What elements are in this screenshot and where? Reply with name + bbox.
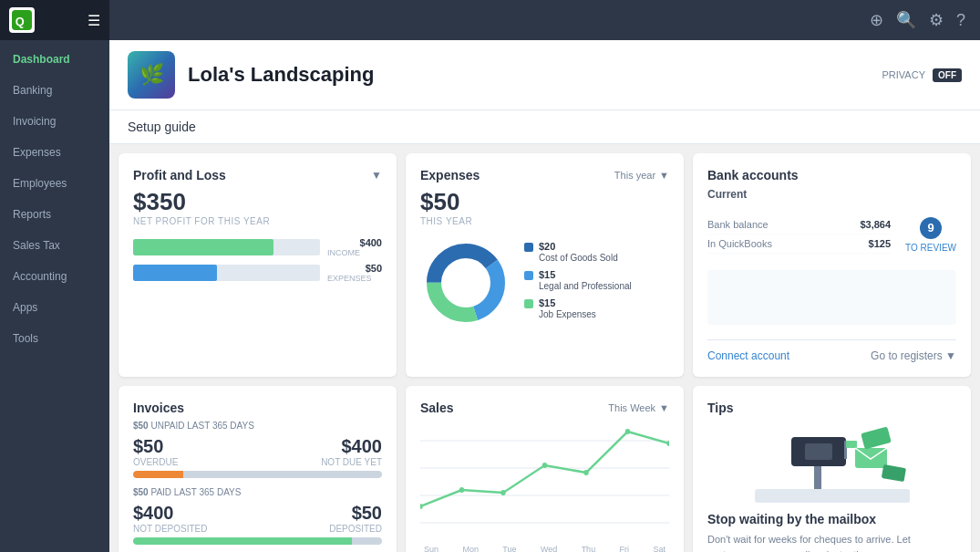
- tips-title: Tips: [707, 401, 734, 415]
- sidebar-item-banking[interactable]: Banking: [0, 75, 109, 106]
- invoices-card-header: Invoices: [133, 401, 382, 415]
- expenses-card: Expenses This year ▼ $50 THIS YEAR: [406, 153, 684, 377]
- privacy-toggle[interactable]: OFF: [933, 68, 962, 82]
- income-label: INCOME: [327, 248, 382, 257]
- bank-title: Bank accounts: [707, 168, 799, 182]
- connect-account-link[interactable]: Connect account: [707, 349, 789, 362]
- quickbooks-logo: Q: [9, 7, 35, 33]
- svg-rect-17: [755, 489, 910, 503]
- bank-accounts-card: Bank accounts Current Bank balance $3,86…: [693, 153, 971, 377]
- expenses-title: Expenses: [420, 168, 480, 182]
- sidebar: Q ☰ Dashboard Banking Invoicing Expenses…: [0, 0, 109, 552]
- bank-chart-placeholder: [707, 270, 956, 325]
- sidebar-item-dashboard[interactable]: Dashboard: [0, 44, 109, 75]
- legend-dot-0: [524, 243, 533, 252]
- svg-point-15: [625, 429, 630, 434]
- topbar: ⊕ 🔍 ⚙ ?: [109, 0, 980, 40]
- invoices-unpaid-row: $50 OVERDUE $400 NOT DUE YET: [133, 436, 382, 467]
- bank-numbers: Bank balance $3,864 In QuickBooks $125: [707, 215, 891, 254]
- expenses-amount: $50: [346, 263, 382, 274]
- privacy-control: PRIVACY OFF: [882, 68, 962, 82]
- sidebar-item-accounting[interactable]: Accounting: [0, 261, 109, 292]
- review-label[interactable]: TO REVIEW: [905, 243, 956, 253]
- sales-day-labels: Sun Mon Tue Wed Thu Fri Sat: [420, 545, 669, 552]
- not-deposited-bar-fill: [133, 537, 352, 545]
- deposited-amount: $50: [329, 503, 382, 524]
- overdue-label: OVERDUE: [133, 457, 178, 467]
- search-icon[interactable]: 🔍: [896, 10, 916, 30]
- chevron-right-icon: ▼: [945, 349, 956, 362]
- sidebar-nav: Dashboard Banking Invoicing Expenses Emp…: [0, 40, 109, 552]
- svg-rect-22: [846, 441, 857, 448]
- settings-icon[interactable]: ⚙: [929, 10, 944, 30]
- line-chart-area: [420, 422, 669, 541]
- invoices-paid-row: $400 NOT DEPOSITED $50 DEPOSITED: [133, 503, 382, 534]
- pnl-amount: $350: [133, 188, 382, 216]
- income-bar-fill: [133, 239, 273, 255]
- tips-body: Don't wait for weeks for cheques to arri…: [707, 532, 956, 552]
- legend-item-1: $15 Legal and Professional: [524, 269, 669, 292]
- deposited-bar-fill: [352, 537, 382, 545]
- sidebar-item-sales-tax[interactable]: Sales Tax: [0, 230, 109, 261]
- not-due-bar-fill: [183, 471, 382, 478]
- review-col: 9 TO REVIEW: [905, 217, 956, 253]
- svg-point-13: [542, 463, 547, 468]
- income-bar-track: [133, 239, 320, 255]
- svg-rect-25: [881, 464, 905, 482]
- svg-rect-20: [805, 443, 832, 460]
- review-badge: 9: [920, 217, 942, 239]
- bank-balance-row: Bank balance $3,864: [707, 215, 891, 234]
- sales-card: Sales This Week ▼: [406, 386, 684, 552]
- svg-point-11: [459, 487, 464, 493]
- bank-balance-value: $3,864: [860, 219, 891, 230]
- sales-title: Sales: [420, 401, 454, 415]
- help-icon[interactable]: ?: [956, 11, 965, 30]
- expenses-time-sub: THIS YEAR: [420, 216, 669, 226]
- expenses-amount-big: $50: [420, 188, 669, 216]
- bank-actions: Connect account Go to registers ▼: [707, 339, 956, 362]
- bank-qb-label: In QuickBooks: [707, 238, 772, 249]
- invoices-bar-overdue: [133, 471, 382, 478]
- svg-point-14: [583, 470, 588, 475]
- svg-point-12: [500, 490, 505, 495]
- bank-balance-label: Bank balance: [707, 219, 769, 230]
- legend-item-0: $20 Cost of Goods Sold: [524, 241, 669, 264]
- sidebar-header: Q ☰: [0, 0, 109, 40]
- bank-section: Current: [707, 188, 956, 201]
- expenses-bar-fill: [133, 265, 217, 281]
- tips-card: Tips: [693, 386, 971, 552]
- hamburger-icon[interactable]: ☰: [88, 12, 100, 29]
- not-due-label: NOT DUE YET: [321, 457, 382, 467]
- bank-qb-value: $125: [869, 238, 891, 249]
- donut-chart: [420, 237, 511, 328]
- bank-card-header: Bank accounts: [707, 168, 956, 182]
- content-area: 🌿 Lola's Landscaping PRIVACY OFF Setup g…: [109, 40, 980, 552]
- invoices-unpaid-stat: $50 UNPAID LAST 365 DAYS: [133, 421, 382, 431]
- expenses-bar-row: $50 EXPENSES: [133, 263, 382, 283]
- sales-time-selector[interactable]: This Week ▼: [608, 402, 669, 413]
- expenses-bar-track: [133, 265, 320, 281]
- profit-loss-card: Profit and Loss ▼ $350 NET PROFIT FOR TH…: [119, 153, 397, 377]
- tips-heading: Stop waiting by the mailbox: [707, 512, 956, 526]
- sidebar-item-apps[interactable]: Apps: [0, 292, 109, 323]
- mailbox-illustration: [755, 421, 910, 503]
- not-deposited-label: NOT DEPOSITED: [133, 524, 208, 534]
- dashboard-grid: Profit and Loss ▼ $350 NET PROFIT FOR TH…: [109, 144, 980, 552]
- invoices-bar-deposited: [133, 537, 382, 545]
- add-icon[interactable]: ⊕: [870, 10, 883, 30]
- sidebar-item-invoicing[interactable]: Invoicing: [0, 106, 109, 137]
- setup-guide-bar: Setup guide: [109, 110, 980, 144]
- sidebar-item-reports[interactable]: Reports: [0, 199, 109, 230]
- privacy-label: PRIVACY: [882, 69, 925, 80]
- sidebar-item-employees[interactable]: Employees: [0, 168, 109, 199]
- tips-illustration: [707, 421, 956, 503]
- goto-registers-link[interactable]: Go to registers ▼: [871, 349, 956, 362]
- pnl-dropdown-icon[interactable]: ▼: [371, 169, 382, 182]
- legend-dot-2: [524, 299, 533, 308]
- expenses-time-selector[interactable]: This year ▼: [614, 170, 669, 181]
- svg-rect-24: [861, 426, 892, 449]
- invoices-paid-stat: $50 PAID LAST 365 DAYS: [133, 487, 382, 497]
- sidebar-item-tools[interactable]: Tools: [0, 323, 109, 354]
- sidebar-item-expenses[interactable]: Expenses: [0, 137, 109, 168]
- pnl-title: Profit and Loss: [133, 168, 226, 182]
